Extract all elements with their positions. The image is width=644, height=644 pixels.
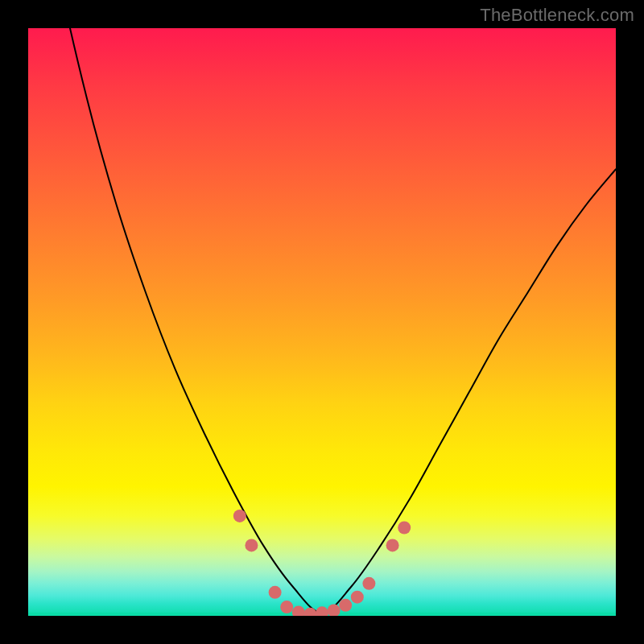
data-marker bbox=[316, 606, 328, 616]
data-marker bbox=[303, 608, 316, 616]
data-marker bbox=[269, 586, 282, 599]
chart-svg bbox=[28, 28, 616, 616]
data-marker bbox=[398, 522, 411, 535]
data-marker bbox=[362, 577, 375, 590]
marker-group bbox=[233, 510, 411, 616]
bottleneck-curve bbox=[28, 28, 616, 613]
data-marker bbox=[233, 510, 246, 522]
data-marker bbox=[245, 539, 258, 551]
data-marker bbox=[339, 599, 352, 612]
watermark-label: TheBottleneck.com bbox=[480, 5, 634, 26]
plot-area bbox=[28, 28, 616, 616]
data-marker bbox=[292, 606, 305, 616]
data-marker bbox=[351, 591, 364, 604]
data-marker bbox=[328, 604, 341, 616]
data-marker bbox=[280, 601, 293, 613]
data-marker bbox=[386, 539, 399, 551]
chart-frame: TheBottleneck.com bbox=[0, 0, 644, 644]
